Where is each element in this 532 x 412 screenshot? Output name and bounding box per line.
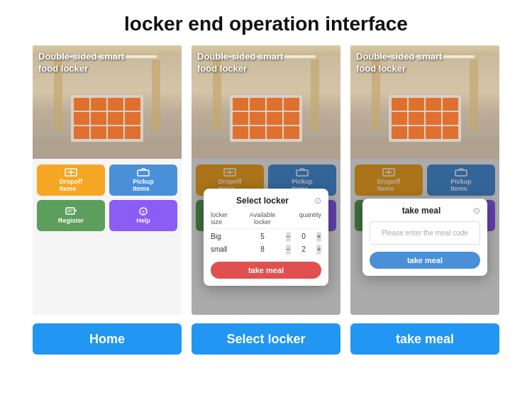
qty-control-small: − 2 + xyxy=(286,245,321,255)
locker-image-2: Double-sided smartfood locker xyxy=(192,45,340,159)
row-small-size: small xyxy=(211,245,239,253)
svg-text:?: ? xyxy=(142,210,145,215)
meal-code-input[interactable]: Please enter the meal code xyxy=(370,221,480,245)
modal-title: Select locker xyxy=(211,196,314,206)
register-btn-1[interactable]: Register xyxy=(37,200,105,231)
qty-val-big: 0 xyxy=(294,233,314,240)
locker-image-3: Double-sided smartfood locker xyxy=(350,45,499,159)
page-title: locker end operation interface xyxy=(0,0,532,45)
modal-table: locker size Available locker quantity Bi… xyxy=(211,211,321,255)
svg-rect-4 xyxy=(66,208,74,214)
help-btn-1[interactable]: ? Help xyxy=(109,200,177,231)
qty-val-small: 2 xyxy=(294,245,314,253)
take-meal-button-3[interactable]: take meal xyxy=(370,252,480,269)
locker-image-home: Double-sided smartfood locker xyxy=(33,45,182,159)
dropoff-btn-1[interactable]: DropoffItems xyxy=(37,165,105,196)
take-meal-modal-overlay: take meal ⊙ Please enter the meal code t… xyxy=(350,159,499,315)
register-icon-1 xyxy=(65,207,77,216)
btn-row-top-1: DropoffItems PickupItems xyxy=(37,165,177,196)
qty-minus-small[interactable]: − xyxy=(286,245,291,255)
screen-buttons-3: DropoffItems PickupItems Register ? Help xyxy=(350,159,499,315)
screen-card-select-locker: Double-sided smartfood locker DropoffIte… xyxy=(192,45,340,315)
qty-plus-small[interactable]: + xyxy=(316,245,321,255)
col-quantity: quantity xyxy=(286,211,321,226)
help-icon-1: ? xyxy=(137,207,150,216)
modal-table-row-small: small 8 − 2 + xyxy=(211,245,321,255)
bottom-tabs: Home Select locker take meal xyxy=(0,315,532,355)
row-big-size: Big xyxy=(211,233,239,240)
modal-close-icon[interactable]: ⊙ xyxy=(314,196,321,206)
meal-modal-close-icon[interactable]: ⊙ xyxy=(473,206,480,216)
modal-title-row: Select locker ⊙ xyxy=(211,196,321,206)
card-header-text-2: Double-sided smartfood locker xyxy=(197,51,283,75)
tab-take-meal[interactable]: take meal xyxy=(350,323,499,355)
select-locker-modal-overlay: Select locker ⊙ locker size Available lo… xyxy=(192,159,340,315)
tab-select-locker[interactable]: Select locker xyxy=(192,323,340,355)
select-locker-modal: Select locker ⊙ locker size Available lo… xyxy=(204,189,328,286)
take-meal-modal: take meal ⊙ Please enter the meal code t… xyxy=(362,199,487,276)
screen-card-take-meal: Double-sided smartfood locker DropoffIte… xyxy=(350,45,499,315)
card-header-text-1: Double-sided smartfood locker xyxy=(38,51,124,75)
card-header-text-3: Double-sided smartfood locker xyxy=(356,51,442,75)
screen-card-home: Double-sided smartfood locker DropoffIte… xyxy=(33,45,182,315)
modal-table-row-big: Big 5 − 0 + xyxy=(211,232,321,242)
row-small-available: 8 xyxy=(241,245,284,253)
col-locker-size: locker size xyxy=(211,211,239,226)
tab-home[interactable]: Home xyxy=(33,323,182,355)
take-meal-button-modal[interactable]: take meal xyxy=(211,262,321,279)
btn-row-bottom-1: Register ? Help xyxy=(37,200,177,231)
dropoff-icon-1 xyxy=(65,168,77,177)
screens-row: Double-sided smartfood locker DropoffIte… xyxy=(0,45,532,315)
svg-line-7 xyxy=(75,210,77,211)
meal-modal-title-row: take meal ⊙ xyxy=(370,206,480,216)
screen-buttons-1: DropoffItems PickupItems xyxy=(33,159,182,315)
qty-plus-big[interactable]: + xyxy=(316,232,321,242)
col-available: Available locker xyxy=(241,211,284,226)
pickup-icon-1 xyxy=(137,168,150,177)
screen-buttons-2: DropoffItems PickupItems Register ? Help xyxy=(192,159,340,315)
svg-rect-3 xyxy=(138,170,149,176)
qty-minus-big[interactable]: − xyxy=(286,232,291,242)
row-big-available: 5 xyxy=(241,233,284,240)
qty-control-big: − 0 + xyxy=(286,232,321,242)
modal-table-header: locker size Available locker quantity xyxy=(211,211,321,229)
meal-modal-title: take meal xyxy=(370,206,473,216)
pickup-btn-1[interactable]: PickupItems xyxy=(109,165,177,196)
